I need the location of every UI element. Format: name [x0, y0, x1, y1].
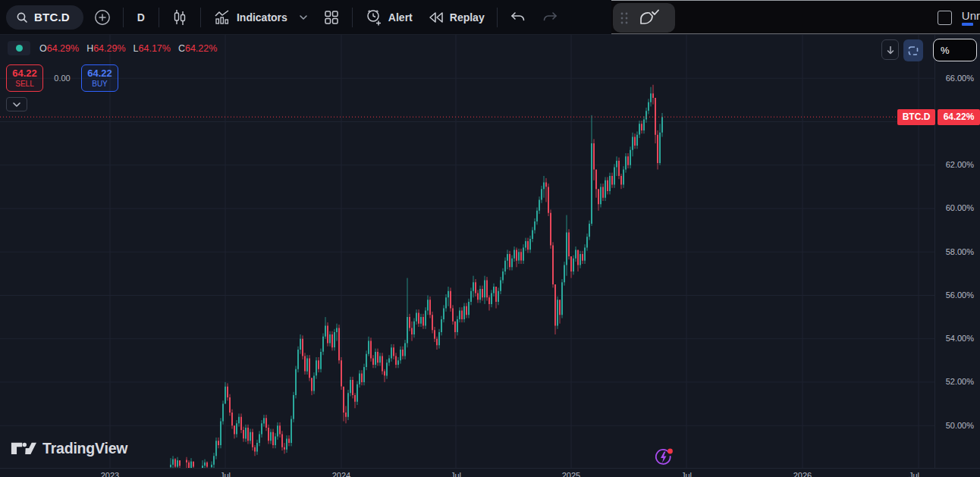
- time-tick-label: 2023: [93, 471, 127, 477]
- collapse-trade-panel-button[interactable]: [6, 97, 27, 111]
- plus-circle-icon: [94, 9, 111, 26]
- chart-canvas[interactable]: [0, 35, 934, 468]
- spread-value: 0.00: [43, 74, 81, 83]
- indicators-button[interactable]: Indicators: [206, 5, 316, 30]
- toolbar-separator: [200, 8, 201, 27]
- price-tick-label: 56.00%: [946, 290, 974, 300]
- candle-style-button[interactable]: [164, 5, 196, 30]
- toolbar-separator: [497, 8, 498, 27]
- time-tick-label: Jul: [897, 471, 931, 477]
- time-tick-label: Jul: [209, 471, 242, 477]
- redo-button[interactable]: [534, 5, 566, 30]
- toolbar-separator: [352, 8, 353, 27]
- alert-clock-icon: [365, 8, 383, 27]
- auto-fit-scale-button[interactable]: [903, 39, 923, 61]
- sell-button[interactable]: 64.22 SELL: [6, 64, 43, 92]
- undo-arrow-icon: [510, 11, 526, 24]
- toolbar-separator: [123, 8, 124, 27]
- grid-layout-icon: [323, 9, 340, 26]
- percent-scale-button[interactable]: %: [933, 39, 977, 61]
- time-tick-label: 2024: [325, 471, 358, 477]
- toolbar-separator: [159, 8, 159, 27]
- time-tick-label: 2025: [554, 471, 588, 477]
- search-icon: [16, 11, 28, 24]
- tradingview-logo-text: TradingView: [42, 440, 127, 457]
- time-tick-label: 2026: [786, 471, 819, 477]
- auto-fit-icon: [907, 45, 919, 57]
- alert-label: Alert: [388, 11, 413, 24]
- toolbar-right-surface: Unr: [611, 0, 980, 34]
- redo-arrow-icon: [542, 11, 558, 24]
- symbol-search-button[interactable]: BTC.D: [6, 5, 83, 30]
- drawing-tools-panel: [613, 3, 675, 33]
- indicators-icon: [213, 9, 231, 26]
- replay-label: Replay: [450, 11, 485, 24]
- ohlc-legend: O64.29%H64.29%L64.17%C64.22%: [8, 41, 221, 55]
- layout-checkbox-icon[interactable]: [938, 11, 952, 25]
- badge-price: 64.22%: [938, 109, 980, 125]
- candlestick-icon: [171, 8, 188, 27]
- alert-button[interactable]: Alert: [357, 5, 420, 30]
- tradingview-logo[interactable]: TradingView: [11, 439, 127, 457]
- market-status-dot-icon: [16, 45, 23, 52]
- symbol-status-pill[interactable]: [8, 41, 30, 55]
- layout-grid-button[interactable]: [316, 5, 347, 30]
- draw-pen-button[interactable]: [636, 8, 661, 28]
- layout-name-label[interactable]: Unr: [962, 11, 980, 26]
- add-symbol-button[interactable]: [86, 5, 118, 30]
- lightning-icon: [652, 445, 676, 469]
- lightning-button[interactable]: [652, 445, 676, 469]
- price-axis[interactable]: 66.00%64.00%62.00%60.00%58.00%56.00%54.0…: [934, 35, 980, 468]
- ohlc-item: O64.29%: [39, 43, 79, 54]
- replay-button[interactable]: Replay: [420, 5, 492, 30]
- arrow-down-icon: [886, 45, 895, 55]
- price-tick-label: 66.00%: [946, 74, 974, 83]
- price-tick-label: 60.00%: [946, 203, 974, 212]
- badge-symbol: BTC.D: [897, 109, 935, 125]
- ohlc-item: H64.29%: [86, 43, 125, 54]
- ohlc-item: C64.22%: [178, 43, 217, 54]
- buy-button[interactable]: 64.22 BUY: [81, 64, 118, 92]
- indicators-label: Indicators: [237, 11, 287, 24]
- time-tick-label: Jul: [670, 471, 703, 477]
- trade-panel: 64.22 SELL 0.00 64.22 BUY: [6, 64, 118, 92]
- price-tick-label: 52.00%: [946, 377, 974, 386]
- time-tick-label: Jul: [439, 471, 473, 477]
- tradingview-mark-icon: [11, 439, 36, 457]
- time-axis[interactable]: 2023Jul2024Jul2025Jul2026Jul: [0, 468, 980, 477]
- price-tick-label: 54.00%: [946, 334, 974, 343]
- undo-button[interactable]: [502, 5, 534, 30]
- chevron-down-icon: [299, 14, 308, 20]
- replay-rewind-icon: [428, 11, 444, 24]
- price-tick-label: 50.00%: [946, 421, 974, 430]
- chart-pane[interactable]: O64.29%H64.29%L64.17%C64.22% 64.22 SELL …: [0, 35, 934, 468]
- symbol-name: BTC.D: [34, 11, 70, 24]
- timeframe-button[interactable]: D: [128, 5, 154, 30]
- chevron-down-icon: [12, 102, 21, 108]
- last-price-badge: BTC.D 64.22%: [897, 109, 980, 125]
- top-toolbar: BTC.D D Indicators: [0, 0, 980, 35]
- drag-handle-icon[interactable]: [620, 11, 629, 26]
- ohlc-item: L64.17%: [133, 43, 171, 54]
- save-link-fragment[interactable]: [962, 23, 973, 26]
- price-tick-label: 62.00%: [946, 160, 974, 169]
- price-tick-label: 58.00%: [946, 247, 974, 256]
- scroll-down-button[interactable]: [881, 39, 899, 60]
